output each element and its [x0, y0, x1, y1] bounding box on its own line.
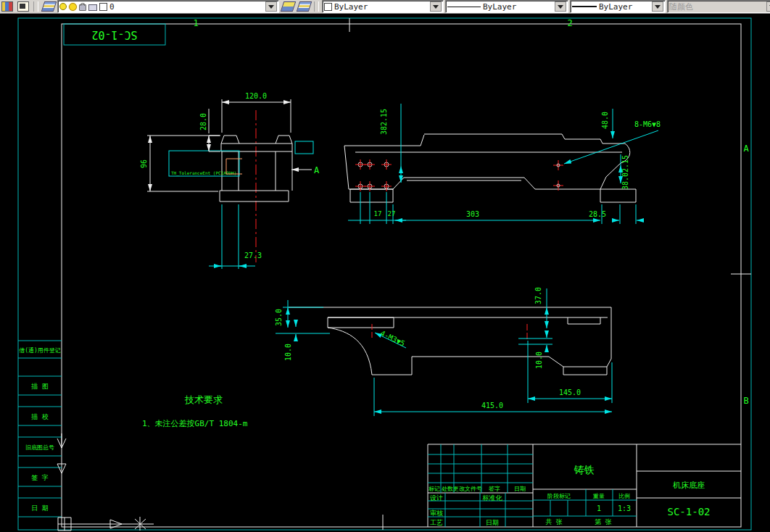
section-arrow-a: A: [291, 165, 320, 175]
layer-previous-icon: [296, 1, 312, 12]
lineweight-control-combo[interactable]: ByLayer: [570, 0, 666, 13]
dim-17-27-303-285[interactable]: 17 27 303 28.5: [348, 192, 642, 224]
plot-style-combo: 随颜色: [667, 0, 770, 13]
layer-color-swatch: [99, 3, 107, 11]
dim-10-left[interactable]: 10.0: [276, 320, 330, 361]
zone-tick-marks: [349, 18, 751, 530]
svg-text:145.0: 145.0: [559, 388, 581, 396]
drawing-svg[interactable]: 借(通)用件登记 描 图 描 校 旧底图总号 签 字 日 期 SC-1-02 1…: [0, 14, 770, 532]
svg-text:120.0: 120.0: [245, 92, 267, 100]
rev-header: 日期: [514, 486, 526, 492]
sheet-total-label: 共 张: [545, 518, 562, 525]
left-margin-label: 描 图: [30, 383, 48, 390]
linetype-control-combo[interactable]: ByLayer: [445, 0, 568, 13]
thread-callout-4-m3[interactable]: 4-M3▼5: [375, 329, 406, 348]
layer-control-combo[interactable]: 0: [57, 0, 279, 13]
dim-48[interactable]: 48.0: [601, 109, 613, 138]
make-layer-current-button[interactable]: [281, 1, 295, 12]
view-bottom-profile[interactable]: 35.0 10.0 4-M3▼5 37.0 10.0: [275, 287, 612, 416]
layer-on-bulb-icon[interactable]: [59, 3, 67, 10]
label-design: 设计: [430, 494, 443, 502]
bottom-view-geometry: [289, 307, 611, 375]
left-margin-label: 签 字: [31, 474, 48, 481]
front-view-geometry: [344, 134, 636, 202]
left-margin-cells: 借(通)用件登记 描 图 描 校 旧底图总号 签 字 日 期: [18, 341, 62, 517]
view-side-section[interactable]: TH_ToleranceEnt (PCIAODH) A 120.0 28.0: [140, 92, 320, 269]
svg-text:382.15: 382.15: [380, 109, 388, 135]
layer-states-button[interactable]: [16, 1, 30, 12]
layer-previous-button[interactable]: [297, 1, 311, 12]
current-linetype-value: ByLayer: [483, 2, 516, 12]
technical-requirements: 技术要求 1、未注公差按GB/T 1804-m: [142, 394, 248, 428]
label-standardization: 标准化: [482, 494, 503, 502]
linetype-sample-icon: [447, 7, 481, 7]
layer-states-icon: [17, 1, 29, 12]
svg-text:4-M3▼5: 4-M3▼5: [379, 329, 406, 348]
layer-freeze-sun-icon[interactable]: [69, 3, 77, 11]
svg-text:8-M6▼8: 8-M6▼8: [634, 120, 661, 128]
zone-letter-a: A: [743, 144, 749, 154]
dim-96[interactable]: 96: [140, 136, 220, 191]
tech-req-title: 技术要求: [184, 394, 223, 405]
layers-button[interactable]: [41, 1, 56, 12]
dim-38-02-15[interactable]: 38.02.15: [621, 154, 629, 190]
svg-text:48.0: 48.0: [601, 112, 609, 129]
scale-value: 1:3: [618, 504, 631, 512]
layer-combo-dropdown-arrow[interactable]: [265, 1, 277, 12]
rev-header: 标记: [429, 486, 440, 492]
svg-text:37.0: 37.0: [534, 287, 542, 304]
view-front-elevation[interactable]: 382.15 48.0 8-M6▼8 38.02.15 17: [344, 104, 661, 224]
left-margin-label: 日 期: [31, 504, 48, 512]
zone-letter-b: B: [743, 396, 748, 406]
stage-mark-label: 阶段标记: [547, 493, 571, 499]
layer-plot-icon[interactable]: [88, 4, 97, 11]
left-margin-label: 描 校: [30, 413, 48, 420]
title-block: 标记 处数 更改文件号 签字 日期 设计 标准化 审核 工艺 日期 铸铁 阶段标…: [428, 444, 741, 527]
current-plot-style-value: 随颜色: [669, 1, 693, 12]
rev-header: 更改文件号: [453, 486, 482, 492]
svg-text:35.0: 35.0: [275, 309, 283, 326]
lineweight-combo-dropdown-arrow[interactable]: [652, 1, 663, 12]
lineweight-sample-icon: [572, 6, 597, 7]
rev-header: 处数: [442, 486, 453, 492]
svg-text:27.3: 27.3: [244, 252, 262, 259]
svg-text:28.0: 28.0: [199, 113, 207, 130]
plot-style-dropdown-arrow: [766, 1, 770, 12]
left-margin-label: 借(通)用件登记: [19, 346, 61, 354]
linetype-combo-dropdown-arrow[interactable]: [555, 1, 566, 12]
dim-27-3[interactable]: 27.3: [209, 204, 262, 269]
dim-10-right[interactable]: 10.0: [518, 332, 552, 369]
dim-35[interactable]: 35.0: [275, 300, 323, 328]
layer-lock-icon[interactable]: [79, 4, 86, 11]
model-space-canvas[interactable]: 借(通)用件登记 描 图 描 校 旧底图总号 签 字 日 期 SC-1-02 1…: [0, 14, 770, 532]
corner-marks: [58, 517, 154, 531]
section-label: A: [314, 165, 320, 175]
zone-number-1: 1: [193, 18, 198, 28]
rev-header: 签字: [489, 486, 500, 492]
dim-382-15[interactable]: 382.15: [380, 104, 401, 183]
sheet-code-rotated: SC-1-02: [91, 28, 137, 41]
dim-415[interactable]: 415.0: [374, 378, 612, 416]
color-control-combo[interactable]: ByLayer: [322, 0, 444, 13]
current-color-swatch: [324, 3, 332, 11]
label-check: 审核: [430, 510, 443, 517]
drawing-number: SC-1-02: [667, 506, 710, 518]
weight-label: 重量: [592, 493, 605, 499]
dim-145[interactable]: 145.0: [528, 341, 612, 403]
svg-text:415.0: 415.0: [481, 402, 503, 410]
dim-28[interactable]: 28.0: [199, 109, 220, 151]
zone-number-2: 2: [567, 18, 572, 28]
toolbar-separator: [314, 1, 319, 12]
color-combo-dropdown-arrow[interactable]: [430, 1, 442, 12]
current-layer-name: 0: [109, 2, 115, 12]
make-layer-current-icon: [280, 1, 296, 12]
small-selected-rect[interactable]: [295, 141, 313, 154]
weight-value: 1: [597, 504, 601, 512]
dim-27-text: 27: [388, 210, 396, 217]
left-margin-label: 旧底图总号: [25, 444, 54, 451]
layer-properties-button[interactable]: [0, 1, 15, 12]
sheet-border: 借(通)用件登记 描 图 描 校 旧底图总号 签 字 日 期 SC-1-02 1…: [18, 18, 751, 531]
cad-application-window: 0 ByLayer ByLayer ByLayer 随颜色: [0, 0, 770, 532]
dim-303-text: 303: [466, 210, 479, 218]
layer-properties-icon: [1, 1, 13, 12]
